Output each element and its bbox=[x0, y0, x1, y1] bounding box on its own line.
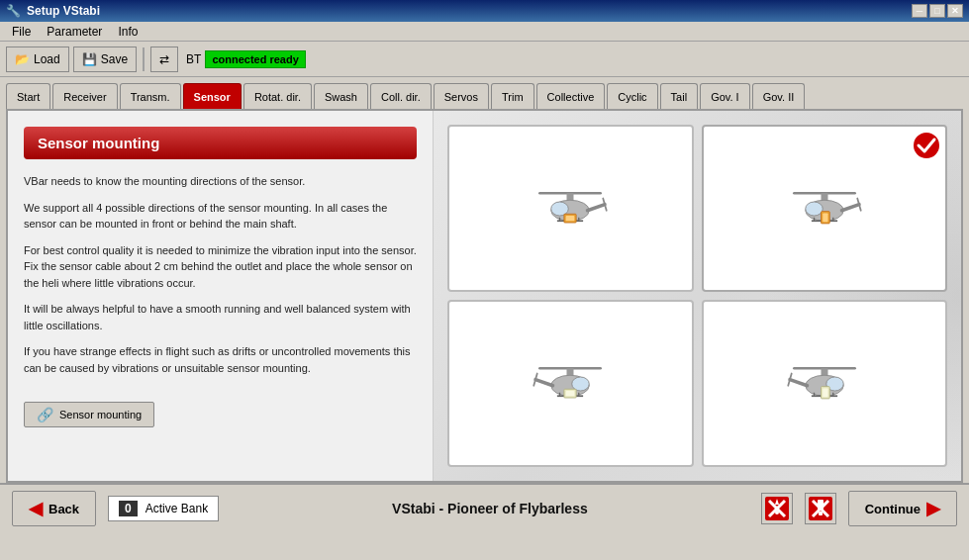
app-icon: 🔧 bbox=[6, 4, 21, 18]
toolbar-separator bbox=[143, 47, 145, 71]
description-p1: VBar needs to know the mounting directio… bbox=[24, 173, 417, 190]
tab-cyclic[interactable]: Cyclic bbox=[607, 83, 657, 109]
left-panel: Sensor mounting VBar needs to know the m… bbox=[8, 111, 434, 481]
toolbar: 📂 Load 💾 Save ⇄ BT connected ready bbox=[0, 42, 969, 77]
forbidden-icon-2 bbox=[809, 497, 832, 520]
continue-button[interactable]: Continue ▶ bbox=[848, 491, 957, 526]
svg-line-4 bbox=[588, 204, 606, 210]
menu-file[interactable]: File bbox=[4, 23, 39, 41]
tab-receiver[interactable]: Receiver bbox=[52, 83, 117, 109]
sensor-mounting-link[interactable]: 🔗 Sensor mounting bbox=[24, 402, 154, 427]
svg-line-38 bbox=[790, 379, 808, 385]
close-button[interactable]: ✕ bbox=[947, 4, 963, 18]
back-label: Back bbox=[48, 502, 79, 516]
description-p4: It will be always helpful to have a smoo… bbox=[24, 301, 417, 333]
tab-gov-ii[interactable]: Gov. II bbox=[752, 83, 806, 109]
tab-bar: Start Receiver Transm. Sensor Rotat. dir… bbox=[0, 77, 969, 109]
right-panel bbox=[434, 111, 961, 481]
save-button[interactable]: 💾 Save bbox=[73, 47, 137, 72]
load-label: Load bbox=[34, 52, 60, 66]
warning-icon-2[interactable] bbox=[805, 493, 836, 524]
load-button[interactable]: 📂 Load bbox=[6, 47, 69, 72]
continue-arrow-icon: ▶ bbox=[926, 498, 940, 519]
tab-sensor[interactable]: Sensor bbox=[183, 83, 242, 109]
svg-point-11 bbox=[913, 132, 940, 159]
link-icon: 🔗 bbox=[37, 407, 53, 422]
sync-icon: ⇄ bbox=[159, 52, 169, 66]
menu-parameter[interactable]: Parameter bbox=[39, 23, 110, 41]
helicopter-svg-1 bbox=[526, 174, 615, 243]
svg-rect-44 bbox=[823, 388, 827, 397]
load-icon: 📂 bbox=[15, 52, 30, 66]
link-label: Sensor mounting bbox=[59, 409, 142, 420]
sensor-option-2[interactable] bbox=[702, 125, 948, 292]
minimize-button[interactable]: ─ bbox=[912, 4, 927, 18]
active-bank-box: 0 Active Bank bbox=[108, 496, 219, 521]
save-icon: 💾 bbox=[82, 52, 97, 66]
tab-transm[interactable]: Transm. bbox=[120, 83, 181, 109]
bt-label: BT bbox=[186, 52, 201, 66]
tab-collective[interactable]: Collective bbox=[536, 83, 606, 109]
svg-point-15 bbox=[806, 202, 824, 216]
tab-gov-i[interactable]: Gov. I bbox=[700, 83, 750, 109]
sensor-option-3[interactable] bbox=[447, 300, 694, 467]
menu-bar: File Parameter Info bbox=[0, 22, 969, 42]
svg-rect-10 bbox=[566, 216, 575, 221]
section-title: Sensor mounting bbox=[24, 127, 417, 159]
bottom-bar: ◀ Back 0 Active Bank VStabi - Pioneer of… bbox=[0, 483, 969, 532]
helicopter-svg-2 bbox=[780, 174, 869, 243]
svg-line-27 bbox=[535, 379, 553, 385]
svg-rect-53 bbox=[819, 512, 823, 515]
forbidden-icon bbox=[765, 497, 789, 520]
bank-number: 0 bbox=[119, 501, 138, 516]
title-bar: 🔧 Setup VStabi ─ □ ✕ bbox=[0, 0, 969, 22]
svg-line-16 bbox=[841, 204, 859, 210]
warning-icon-1[interactable] bbox=[761, 493, 793, 524]
sensor-option-1[interactable] bbox=[447, 125, 694, 292]
tab-servos[interactable]: Servos bbox=[434, 83, 489, 109]
active-bank-label: Active Bank bbox=[145, 502, 208, 515]
selected-checkmark bbox=[912, 131, 941, 160]
description-p3: For best control quality it is needed to… bbox=[24, 242, 417, 292]
description-p5: If you have strange effects in flight su… bbox=[24, 343, 417, 376]
sensor-option-4[interactable] bbox=[702, 300, 948, 467]
back-arrow-icon: ◀ bbox=[29, 498, 43, 519]
tab-trim[interactable]: Trim bbox=[491, 83, 534, 109]
tab-tail[interactable]: Tail bbox=[660, 83, 699, 109]
bt-status: connected ready bbox=[205, 50, 305, 68]
svg-rect-22 bbox=[823, 213, 827, 222]
save-label: Save bbox=[101, 52, 128, 66]
maximize-button[interactable]: □ bbox=[929, 4, 945, 18]
helicopter-svg-3 bbox=[526, 349, 615, 419]
title-bar-controls: ─ □ ✕ bbox=[912, 4, 963, 18]
continue-label: Continue bbox=[865, 502, 921, 516]
tab-rotat-dir[interactable]: Rotat. dir. bbox=[243, 83, 312, 109]
center-text: VStabi - Pioneer of Flybarless bbox=[231, 501, 749, 516]
main-content: Sensor mounting VBar needs to know the m… bbox=[6, 109, 963, 483]
tab-start[interactable]: Start bbox=[6, 83, 50, 109]
sync-button[interactable]: ⇄ bbox=[150, 47, 178, 72]
back-button[interactable]: ◀ Back bbox=[12, 491, 96, 526]
svg-point-48 bbox=[775, 511, 779, 514]
title-text: Setup VStabi bbox=[27, 4, 100, 18]
tab-coll-dir[interactable]: Coll. dir. bbox=[370, 83, 432, 109]
svg-rect-52 bbox=[818, 500, 824, 510]
svg-rect-33 bbox=[566, 391, 575, 396]
tab-swash[interactable]: Swash bbox=[314, 83, 368, 109]
description-p2: We support all 4 possible directions of … bbox=[24, 200, 417, 233]
menu-info[interactable]: Info bbox=[110, 23, 145, 41]
helicopter-svg-4 bbox=[780, 349, 869, 419]
